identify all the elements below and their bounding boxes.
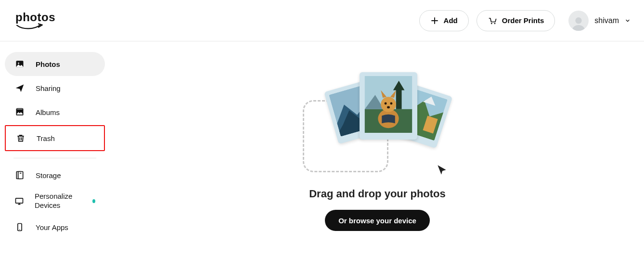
svg-point-24 xyxy=(381,97,396,112)
send-icon xyxy=(14,83,25,93)
sidebar-item-photos[interactable]: Photos xyxy=(5,52,105,76)
logo-swoosh-icon xyxy=(15,23,45,31)
header: photos Add Order Prints shivam xyxy=(0,0,644,41)
sidebar-item-sharing[interactable]: Sharing xyxy=(5,76,105,100)
trash-icon xyxy=(15,133,26,143)
svg-point-2 xyxy=(576,17,582,24)
cursor-icon xyxy=(436,164,448,176)
dropzone-headline: Drag and drop your photos xyxy=(309,188,446,200)
svg-point-11 xyxy=(19,229,20,230)
sidebar-item-label: Storage xyxy=(36,171,61,179)
cart-icon xyxy=(488,16,497,26)
sidebar-item-label: Trash xyxy=(37,134,55,142)
sidebar: Photos Sharing Albums Trash xyxy=(0,41,111,239)
account-menu[interactable]: shivam xyxy=(568,11,631,31)
svg-point-29 xyxy=(387,106,390,109)
svg-point-1 xyxy=(494,23,495,24)
svg-point-28 xyxy=(390,102,392,105)
svg-point-27 xyxy=(385,102,387,105)
phone-icon xyxy=(14,222,25,232)
plus-icon xyxy=(430,16,439,25)
chevron-down-icon xyxy=(625,18,631,24)
avatar-icon xyxy=(568,11,589,31)
app-logo[interactable]: photos xyxy=(15,11,55,31)
order-prints-label: Order Prints xyxy=(502,16,544,25)
add-button-label: Add xyxy=(444,16,458,25)
svg-point-4 xyxy=(18,63,19,64)
sidebar-item-your-apps[interactable]: Your Apps xyxy=(5,215,105,239)
account-name: shivam xyxy=(594,16,619,25)
sidebar-item-personalize-devices[interactable]: Personalize Devices xyxy=(5,187,105,215)
svg-point-0 xyxy=(491,23,492,24)
add-button[interactable]: Add xyxy=(419,10,469,31)
notification-dot-icon xyxy=(92,199,95,203)
svg-rect-9 xyxy=(16,198,23,203)
sidebar-item-trash[interactable]: Trash xyxy=(6,126,104,150)
sidebar-item-label: Personalize Devices xyxy=(35,192,82,210)
sidebar-item-albums[interactable]: Albums xyxy=(5,100,105,124)
sidebar-item-label: Your Apps xyxy=(36,223,68,231)
monitor-icon xyxy=(14,196,24,206)
dropzone-illustration xyxy=(303,70,452,176)
storage-icon xyxy=(14,170,25,180)
sidebar-item-label: Photos xyxy=(36,60,60,68)
photo-icon xyxy=(14,59,25,69)
browse-device-label: Or browse your device xyxy=(338,217,416,225)
sidebar-item-storage[interactable]: Storage xyxy=(5,163,105,187)
album-icon xyxy=(14,107,25,117)
sidebar-item-label: Sharing xyxy=(36,84,61,92)
highlight-trash: Trash xyxy=(5,125,105,151)
sidebar-item-label: Albums xyxy=(36,108,60,116)
logo-text: photos xyxy=(15,11,55,24)
order-prints-button[interactable]: Order Prints xyxy=(477,10,555,31)
main-dropzone[interactable]: Drag and drop your photos Or browse your… xyxy=(111,41,644,239)
sidebar-separator xyxy=(13,158,96,158)
sample-photo-center xyxy=(360,72,417,140)
browse-device-button[interactable]: Or browse your device xyxy=(325,210,430,231)
svg-rect-7 xyxy=(18,172,23,179)
